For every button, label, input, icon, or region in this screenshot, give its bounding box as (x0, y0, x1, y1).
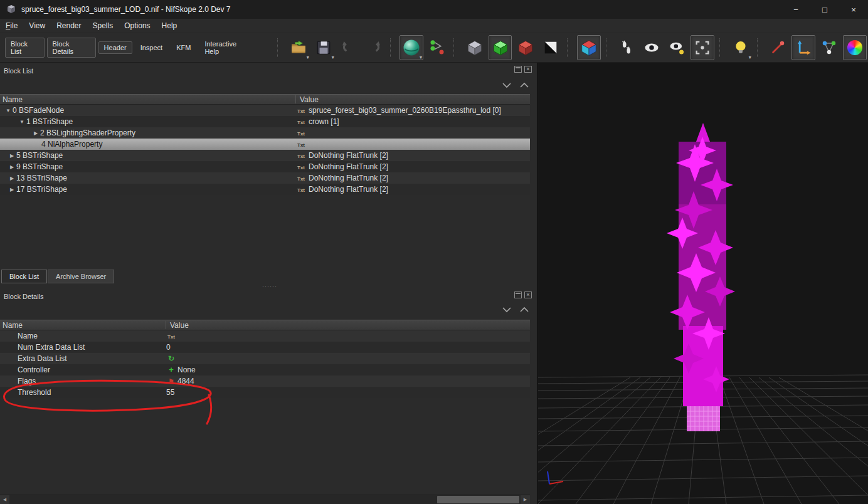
scroll-right-icon[interactable]: ▶ (521, 495, 530, 504)
menu-render[interactable]: Render (51, 20, 87, 31)
column-header-name[interactable]: Name (3, 320, 23, 330)
menu-spells[interactable]: Spells (87, 20, 119, 31)
dock-tabs: Block List Archive Browser (1, 270, 115, 283)
toolbar-separator (757, 38, 762, 57)
tab-block-list[interactable]: Block List (1, 270, 47, 283)
block-name: 17 BSTriShape (16, 185, 67, 194)
splitter-handle[interactable]: ······ (262, 283, 277, 289)
add-icon[interactable]: + (166, 364, 176, 375)
close-button[interactable]: × (839, 0, 868, 19)
table-row[interactable]: Flags ⚑4844 (0, 375, 530, 387)
table-row[interactable]: ▼1 BSTriShape crown [1] (0, 116, 530, 127)
nifskope-sphere-icon[interactable]: ▾ (400, 35, 423, 60)
lighting-icon[interactable]: ▾ (729, 36, 752, 60)
expander-right-icon[interactable]: ▶ (8, 150, 16, 161)
collapse-all-icon[interactable] (502, 81, 512, 89)
table-row-selected[interactable]: 4 NiAlphaProperty (0, 139, 530, 150)
block-name: 1 BSTriShape (26, 117, 73, 126)
table-row[interactable]: ▶9 BSTriShape DoNothing FlatTrunk [2] (0, 161, 530, 172)
silhouette-icon[interactable] (539, 36, 562, 60)
solid-cube-icon[interactable] (463, 36, 486, 60)
scroll-left-icon[interactable]: ◀ (0, 495, 9, 504)
table-row[interactable]: ▶2 BSLightingShaderProperty (0, 127, 530, 139)
undo-icon[interactable] (337, 36, 360, 60)
table-row[interactable]: ▶13 BSTriShape DoNothing FlatTrunk [2] (0, 172, 530, 184)
interactive-help-button[interactable]: Interactive Help (199, 38, 255, 58)
detail-value[interactable]: 55 (166, 388, 174, 397)
txt-icon (297, 129, 305, 139)
toolbar-separator (453, 38, 458, 57)
expander-down-icon[interactable]: ▼ (4, 105, 13, 116)
menu-options[interactable]: Options (119, 20, 156, 31)
render-viewport[interactable] (537, 63, 868, 504)
kfm-button[interactable]: KFM (171, 41, 196, 54)
maximize-button[interactable]: □ (810, 0, 839, 19)
table-row[interactable]: ▼0 BSFadeNode spruce_forest_big03_summer… (0, 105, 530, 116)
scrollbar-thumb[interactable] (437, 496, 519, 503)
expander-right-icon[interactable]: ▶ (8, 162, 16, 172)
show-nodes-icon[interactable] (818, 36, 840, 60)
menu-view[interactable]: View (23, 20, 51, 31)
redo-icon[interactable] (363, 36, 385, 60)
table-row[interactable]: Num Extra Data List 0 (0, 342, 530, 353)
textures-cube-icon[interactable] (577, 35, 601, 60)
column-header-name[interactable]: Name (3, 95, 23, 105)
flatten-links-icon[interactable] (426, 36, 448, 60)
show-hidden-icon[interactable] (640, 36, 663, 60)
menu-help[interactable]: Help (156, 20, 183, 31)
toolbar-separator (567, 38, 572, 57)
expander-right-icon[interactable]: ▶ (8, 184, 16, 195)
table-row[interactable]: Threshold 55 (0, 387, 530, 398)
tab-archive-browser[interactable]: Archive Browser (48, 270, 114, 283)
axes-icon[interactable] (791, 35, 815, 60)
table-row[interactable]: ▶17 BSTriShape DoNothing FlatTrunk [2] (0, 184, 530, 195)
expander-right-icon[interactable]: ▶ (8, 173, 16, 184)
block-details-button[interactable]: Block Details (47, 38, 96, 58)
flag-icon: ⚑ (166, 375, 176, 387)
detail-value[interactable]: None (177, 365, 196, 374)
expander-down-icon[interactable]: ▼ (18, 117, 26, 127)
table-row[interactable]: ▶5 BSTriShape DoNothing FlatTrunk [2] (0, 150, 530, 161)
title-bar: spruce_forest_big03_summer_LOD_0.nif - N… (0, 0, 868, 19)
vertex-pin-icon[interactable] (766, 36, 789, 60)
block-name: 13 BSTriShape (16, 174, 67, 182)
menu-file[interactable]: File (0, 20, 23, 31)
block-list-button[interactable]: Block List (5, 38, 45, 58)
close-panel-icon[interactable]: × (524, 66, 532, 73)
load-icon[interactable]: ▾ (287, 36, 310, 60)
expander-right-icon[interactable]: ▶ (31, 128, 40, 139)
close-panel-icon[interactable]: × (524, 291, 532, 298)
dock-area: Block List × Name Value ▼0 BSFadeNode sp… (0, 63, 537, 504)
block-name: 0 BSFadeNode (13, 106, 64, 115)
table-row[interactable]: Extra Data List ↻ (0, 353, 530, 364)
axis-indicator (548, 471, 563, 484)
collapse-all-icon[interactable] (502, 306, 512, 313)
detail-value[interactable]: 0 (166, 343, 171, 352)
menu-bar: File View Render Spells Options Help (0, 19, 868, 33)
txt-icon (297, 174, 305, 184)
table-row[interactable]: Controller +None (0, 364, 530, 375)
bounds-cube-icon[interactable] (514, 36, 537, 60)
column-header-value[interactable]: Value (170, 320, 189, 330)
minimize-button[interactable]: − (781, 0, 810, 19)
wireframe-cube-icon[interactable] (489, 35, 512, 60)
screenshot-icon[interactable] (691, 35, 714, 60)
detail-value[interactable]: 4844 (177, 377, 194, 386)
block-list-header: Name Value (0, 94, 530, 105)
expand-all-icon[interactable] (519, 81, 529, 89)
header-button[interactable]: Header (98, 41, 132, 54)
walk-icon[interactable] (616, 36, 638, 60)
block-value: DoNothing FlatTrunk [2] (309, 162, 388, 171)
column-header-value[interactable]: Value (300, 95, 319, 105)
refresh-icon[interactable]: ↻ (166, 353, 176, 364)
table-row[interactable]: Name (0, 330, 530, 342)
block-value: DoNothing FlatTrunk [2] (309, 174, 388, 182)
horizontal-scrollbar[interactable]: ◀ ▶ (0, 495, 530, 504)
float-panel-icon[interactable] (514, 66, 522, 73)
show-keyframes-icon[interactable] (665, 36, 688, 60)
float-panel-icon[interactable] (514, 291, 522, 298)
expand-all-icon[interactable] (519, 306, 529, 313)
vertex-colors-icon[interactable] (843, 35, 867, 60)
inspect-button[interactable]: Inspect (135, 41, 168, 54)
save-icon[interactable]: ▾ (312, 36, 335, 60)
